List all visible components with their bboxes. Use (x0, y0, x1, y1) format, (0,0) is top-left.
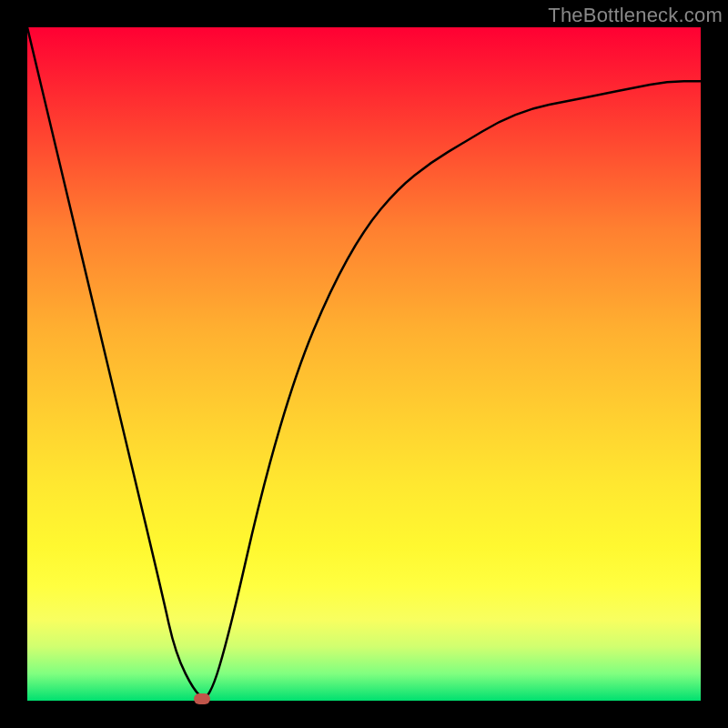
watermark-text: TheBottleneck.com (548, 4, 723, 27)
chart-frame: TheBottleneck.com (0, 0, 728, 728)
optimal-point-marker (194, 693, 210, 704)
chart-plot-area (27, 27, 701, 701)
bottleneck-curve (27, 27, 701, 701)
